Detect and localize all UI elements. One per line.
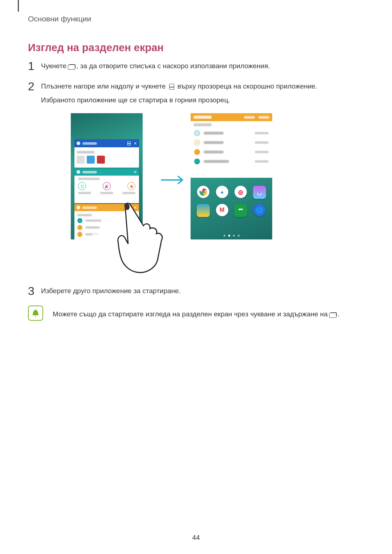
svg-point-0 — [125, 204, 130, 210]
page-title: Изглед на разделен екран — [28, 42, 164, 54]
top-app-pane — [191, 113, 272, 178]
blur-text — [85, 226, 100, 229]
screenshot-split-result: ⬥ ◎ ◡ M ❝❞ 🌐 — [191, 113, 272, 239]
tip-text: Можете също да стартирате изгледа на раз… — [53, 308, 339, 321]
recents-icon — [330, 312, 338, 317]
blur-text — [77, 151, 95, 153]
page-indicator — [191, 235, 272, 237]
blur-text — [255, 141, 269, 144]
blur-text — [204, 132, 224, 135]
section-header: Основни функции — [28, 15, 91, 23]
page-number: 44 — [192, 534, 200, 542]
action-blur — [244, 116, 255, 119]
app-title-blur — [82, 171, 97, 173]
app-icon — [77, 170, 80, 174]
blur-text — [100, 192, 113, 194]
tip-block: Можете също да стартирате изгледа на раз… — [28, 305, 339, 321]
text-line2: Избраното приложение ще се стартира в го… — [41, 96, 230, 104]
recent-card-settings: ✕ ◫ 🔊 ▣ — [74, 168, 139, 203]
dot — [224, 235, 225, 237]
step-2: 2 Плъзнете нагоре или надолу и чукнете в… — [28, 81, 317, 106]
action-blur — [258, 116, 269, 119]
app-icon — [77, 141, 80, 145]
videos-icon — [194, 140, 200, 145]
setting-icon: ▣ — [127, 182, 135, 190]
dropbox-icon: ⬥ — [216, 186, 228, 198]
recent-card-internet: ✕ — [74, 139, 139, 168]
blur-text — [204, 141, 224, 144]
step-number: 3 — [28, 285, 39, 297]
step-1: 1 Чукнете , за да отворите списъка с нас… — [28, 60, 270, 72]
text-post: , за да отворите списъка с наскоро изпол… — [76, 62, 270, 70]
blur-text — [77, 214, 92, 216]
step-number: 2 — [28, 81, 39, 106]
app-title-blur — [82, 206, 97, 209]
file-row — [191, 138, 272, 147]
step-number: 1 — [28, 60, 39, 72]
bell-icon — [28, 305, 43, 321]
tile — [87, 156, 95, 164]
tile — [97, 156, 105, 164]
tile — [77, 156, 85, 164]
hangouts-icon: ❝❞ — [234, 204, 247, 217]
category-icon — [77, 225, 82, 230]
app-title-blur — [193, 116, 212, 119]
blur-text — [122, 192, 135, 194]
app-bar — [191, 113, 272, 121]
text-pre: Чукнете — [41, 62, 68, 70]
browser-icon: 🌐 — [253, 204, 266, 216]
figure: ✕ ✕ ◫ 🔊 — [71, 113, 339, 271]
text-pre: Можете също да стартирате изгледа на раз… — [53, 310, 330, 318]
step-3: 3 Изберете друго приложение за стартиран… — [28, 285, 181, 297]
blur-text — [255, 151, 269, 153]
arrow-right-icon — [161, 175, 186, 186]
blur-text — [78, 192, 91, 194]
category-icon — [77, 218, 82, 223]
blur-text — [78, 178, 100, 180]
documents-icon — [194, 159, 200, 164]
file-row — [191, 147, 272, 157]
file-row — [191, 157, 272, 166]
audio-icon — [194, 149, 200, 155]
split-screen-icon — [127, 141, 131, 145]
category-icon — [77, 232, 82, 237]
images-icon — [194, 130, 200, 136]
app-icon: ◎ — [234, 186, 247, 198]
app-title-blur — [82, 142, 97, 145]
file-row — [191, 128, 272, 138]
step-text: Чукнете , за да отворите списъка с наско… — [41, 60, 270, 72]
blur-text — [204, 160, 229, 163]
section-label-blur — [193, 123, 212, 126]
blur-text — [255, 160, 269, 163]
app-grid: ⬥ ◎ ◡ M ❝❞ 🌐 — [191, 186, 272, 217]
card-header: ✕ — [74, 139, 139, 147]
gmail-icon: M — [216, 204, 228, 216]
blur-text — [85, 219, 101, 222]
split-screen-icon — [168, 84, 176, 90]
close-icon: ✕ — [134, 170, 137, 175]
chrome-icon — [197, 186, 209, 198]
step-text: Изберете друго приложение за стартиране. — [41, 285, 181, 297]
dot — [233, 235, 235, 237]
setting-icon: ◫ — [78, 182, 86, 190]
step-text: Плъзнете нагоре или надолу и чукнете вър… — [41, 81, 317, 106]
app-icon — [197, 204, 210, 217]
blur-text — [204, 151, 224, 153]
tab-edge — [18, 0, 19, 12]
close-icon: ✕ — [134, 141, 137, 146]
dot — [238, 235, 240, 237]
recents-icon — [68, 63, 76, 69]
hand-pointer-illustration — [103, 200, 176, 278]
app-icon: ◡ — [253, 186, 266, 199]
card-header: ✕ — [74, 168, 139, 176]
text-pre: Плъзнете нагоре или надолу и чукнете — [41, 82, 168, 90]
dot-active — [228, 235, 230, 237]
blur-text — [255, 132, 269, 134]
app-icon — [77, 206, 80, 209]
text-post: . — [338, 310, 339, 318]
text-mid: върху прозореца на скорошно приложение. — [176, 82, 317, 90]
setting-icon: 🔊 — [103, 182, 111, 190]
